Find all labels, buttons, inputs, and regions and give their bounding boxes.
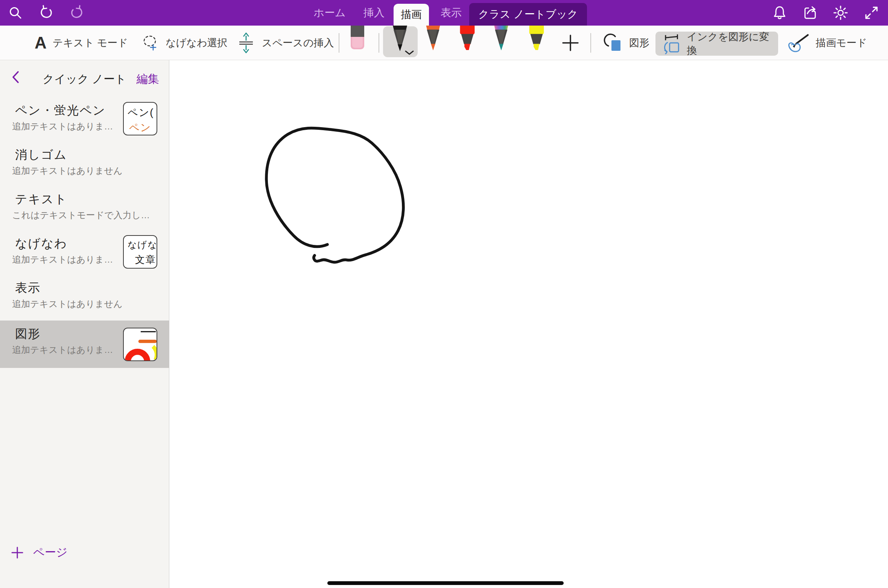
settings-button[interactable]: [833, 5, 848, 21]
tab-label: 挿入: [363, 6, 385, 20]
page-thumbnail: [123, 328, 157, 361]
shapes-icon: [602, 32, 623, 53]
thumb-ink-text: 文章を: [135, 253, 157, 266]
plus-icon: [11, 547, 23, 559]
page-item-shapes-selected[interactable]: 図形 追加テキストはありま…: [0, 321, 169, 368]
home-indicator[interactable]: [327, 581, 564, 585]
add-pen-button[interactable]: [561, 33, 580, 53]
thumb-ink-text: なげなわ: [128, 239, 157, 251]
thumb-shapes-drawing: [124, 328, 157, 361]
tab-view[interactable]: 表示: [434, 0, 468, 26]
lasso-label: なげなわ選択: [166, 36, 228, 50]
undo-icon: [39, 5, 55, 21]
eraser-icon: [349, 26, 366, 50]
text-mode-button[interactable]: A テキスト モード: [35, 26, 128, 60]
page-title: テキスト: [15, 191, 67, 208]
page-subtitle: 追加テキストはありま…: [12, 120, 113, 132]
draw-mode-hand-icon: [786, 32, 810, 53]
page-subtitle: 追加テキストはありません: [12, 298, 123, 310]
gear-icon: [833, 5, 848, 21]
insert-space-button[interactable]: スペースの挿入: [236, 26, 334, 60]
tab-insert[interactable]: 挿入: [357, 0, 391, 26]
pen-black-selected[interactable]: [383, 26, 418, 57]
shapes-button[interactable]: 図形: [602, 26, 649, 60]
search-button[interactable]: [8, 5, 23, 21]
page-title: 消しゴム: [15, 147, 67, 163]
page-item-pen-highlighter[interactable]: ペン・蛍光ペン 追加テキストはありま… ペン( ペン: [0, 97, 169, 141]
tab-home[interactable]: ホーム: [309, 0, 350, 26]
redo-button[interactable]: [68, 5, 84, 21]
thumb-ink-text: ペン(: [128, 106, 154, 119]
search-icon: [8, 5, 23, 20]
draw-ribbon: A テキスト モード なげなわ選択 スペースの挿入: [0, 26, 888, 60]
page-title: ペン・蛍光ペン: [15, 102, 106, 119]
eraser-tool[interactable]: [349, 26, 366, 52]
ink-to-shape-icon: [661, 33, 681, 54]
divider: [339, 33, 339, 53]
tab-label: 表示: [441, 6, 462, 20]
share-icon: [802, 5, 818, 21]
draw-mode-label: 描画モード: [816, 36, 867, 50]
page-title: 表示: [15, 280, 41, 296]
pen-orange[interactable]: [424, 26, 442, 53]
red-highlighter-icon: [457, 26, 478, 51]
add-page-label: ページ: [33, 545, 67, 560]
yellow-highlighter-icon: [526, 26, 547, 51]
tab-draw-active[interactable]: 描画: [394, 4, 429, 26]
highlighter-red[interactable]: [457, 26, 478, 53]
redo-icon: [68, 5, 84, 21]
plus-icon: [561, 33, 580, 53]
text-mode-icon: A: [35, 35, 47, 51]
page-item-lasso[interactable]: なげなわ 追加テキストはありま… なげなわ 文章を: [0, 230, 169, 275]
highlighter-yellow[interactable]: [526, 26, 547, 53]
convert-ink-to-shape-button[interactable]: インクを図形に変換: [655, 32, 778, 56]
insert-space-icon: [236, 32, 256, 54]
draw-mode-button[interactable]: 描画モード: [786, 26, 867, 60]
edit-button[interactable]: 編集: [137, 71, 159, 87]
insert-space-label: スペースの挿入: [262, 36, 334, 50]
thumb-ink-text: ペン: [129, 121, 151, 134]
page-subtitle: これはテキストモードで入力し…: [12, 209, 150, 221]
page-subtitle: 追加テキストはありま…: [12, 254, 113, 266]
tab-class-notebook[interactable]: クラス ノートブック: [469, 3, 587, 26]
rainbow-pen-icon: [491, 26, 511, 51]
page-title: なげなわ: [15, 236, 67, 252]
tab-label: ホーム: [313, 6, 345, 20]
divider: [590, 33, 591, 53]
lasso-select-button[interactable]: なげなわ選択: [141, 26, 228, 60]
page-subtitle: 追加テキストはありま…: [12, 344, 113, 356]
tab-label: 描画: [401, 8, 422, 22]
page-item-text[interactable]: テキスト これはテキストモードで入力し…: [0, 186, 169, 230]
orange-pen-icon: [424, 26, 442, 51]
fullscreen-button[interactable]: [864, 5, 879, 21]
page-item-eraser[interactable]: 消しゴム 追加テキストはありません: [0, 141, 169, 186]
sidebar-header: クイック ノート 編集: [0, 60, 169, 96]
share-button[interactable]: [802, 5, 818, 21]
page-item-view[interactable]: 表示 追加テキストはありません: [0, 275, 169, 319]
convert-ink-label: インクを図形に変換: [687, 30, 778, 57]
undo-button[interactable]: [39, 5, 55, 21]
black-pen-icon: [391, 26, 409, 52]
note-canvas[interactable]: [170, 61, 888, 588]
divider: [379, 33, 379, 53]
page-thumbnail: ペン( ペン: [123, 102, 157, 135]
pen-rainbow[interactable]: [491, 26, 511, 53]
page-thumbnail: なげなわ 文章を: [123, 235, 157, 269]
notifications-button[interactable]: [772, 5, 788, 21]
fullscreen-icon: [864, 5, 879, 21]
page-list-sidebar: クイック ノート 編集 ペン・蛍光ペン 追加テキストはありま… ペン( ペン 消…: [0, 60, 169, 588]
shapes-label: 図形: [629, 36, 649, 50]
add-page-button[interactable]: ページ: [11, 545, 67, 560]
page-title: 図形: [15, 326, 41, 342]
lasso-icon: [141, 33, 160, 53]
tab-label: クラス ノートブック: [478, 7, 578, 21]
text-mode-label: テキスト モード: [53, 36, 128, 50]
chevron-down-icon: [405, 50, 414, 55]
top-app-bar: ホーム 挿入 描画 表示 クラス ノートブック: [0, 0, 888, 26]
bell-icon: [772, 5, 788, 21]
page-subtitle: 追加テキストはありません: [12, 165, 123, 177]
